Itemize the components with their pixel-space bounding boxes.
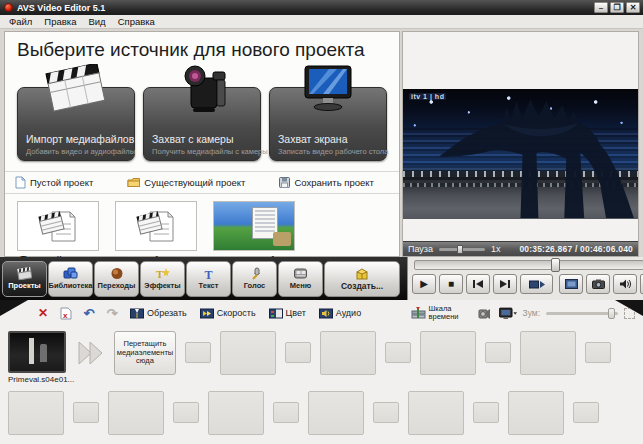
- package-icon: [355, 267, 370, 280]
- tab-menu[interactable]: Меню: [278, 261, 323, 297]
- clip-thumbnail[interactable]: [8, 331, 66, 373]
- menu-file[interactable]: Файл: [3, 16, 38, 27]
- page-title: Выберите источник для нового проекта: [5, 32, 399, 61]
- fullscreen-button[interactable]: [559, 274, 583, 294]
- clip-placeholder[interactable]: [8, 391, 64, 435]
- transition-placeholder[interactable]: [373, 402, 399, 423]
- tab-label: Переходы: [98, 281, 136, 290]
- split-button[interactable]: [520, 274, 553, 294]
- sphere-icon: [110, 267, 124, 280]
- audio-button[interactable]: Аудио: [315, 307, 365, 320]
- delete-button[interactable]: ✕: [34, 305, 52, 322]
- maximize-button[interactable]: ❐: [610, 2, 624, 13]
- transition-placeholder[interactable]: [485, 342, 511, 363]
- transition-placeholder[interactable]: [473, 402, 499, 423]
- import-media-button[interactable]: Импорт медиафайлов Добавить видео и ауди…: [17, 87, 135, 161]
- tab-effects[interactable]: T Эффекты: [140, 261, 185, 297]
- color-button[interactable]: Цвет: [265, 307, 310, 320]
- clip-placeholder[interactable]: [420, 331, 476, 375]
- menu-view[interactable]: Вид: [82, 16, 111, 27]
- project-actions-row: Пустой проект Существующий проект С: [5, 171, 399, 194]
- clip-cell[interactable]: Primeval.s04e01...: [8, 331, 68, 384]
- trim-button[interactable]: Обрезать: [126, 307, 191, 320]
- transition-placeholder[interactable]: [73, 402, 99, 423]
- clip-placeholder[interactable]: [408, 391, 464, 435]
- tab-projects[interactable]: Проекты: [2, 261, 47, 297]
- play-button[interactable]: ▶: [412, 274, 436, 294]
- audio-mixer-button[interactable]: [475, 305, 493, 322]
- timecode: 00:35:26.867 / 00:46:06.040: [519, 244, 633, 254]
- clip-placeholder[interactable]: [520, 331, 576, 375]
- zoom-label: Зум:: [523, 308, 541, 318]
- zoom-slider[interactable]: [546, 312, 618, 315]
- tab-create[interactable]: Создать...: [324, 261, 400, 297]
- transition-placeholder[interactable]: [285, 342, 311, 363]
- stop-button[interactable]: ■: [439, 274, 463, 294]
- save-project-button[interactable]: Сохранить проект: [279, 177, 373, 188]
- toolbar-button-label: Аудио: [336, 308, 361, 318]
- close-button[interactable]: ✕: [626, 2, 640, 13]
- timeline-panel: ✕ x ↶ ↷ Обрезать: [0, 300, 643, 444]
- transition-placeholder[interactable]: [185, 342, 211, 363]
- clip-placeholder[interactable]: [108, 391, 164, 435]
- microphone-icon: [248, 267, 261, 280]
- minimize-button[interactable]: –: [594, 2, 608, 13]
- capture-screen-button[interactable]: Захват экрана Записать видео рабочего ст…: [269, 87, 387, 161]
- clip-name: Primeval.s04e01...: [8, 375, 68, 384]
- transition-placeholder[interactable]: [173, 402, 199, 423]
- svg-text:T: T: [156, 268, 164, 280]
- snapshot-button[interactable]: [586, 274, 610, 294]
- seek-bar[interactable]: [414, 260, 643, 270]
- undo-button[interactable]: ↶: [80, 305, 98, 322]
- speaker-icon: [619, 279, 632, 289]
- video-frame: itv 1 | hd: [403, 89, 638, 219]
- disc-menu-icon: [293, 267, 308, 280]
- tab-text[interactable]: T Текст: [186, 261, 231, 297]
- prev-frame-button[interactable]: [466, 274, 490, 294]
- tab-library[interactable]: Библиотека: [48, 261, 93, 297]
- tab-label: Эффекты: [144, 281, 180, 290]
- transition-placeholder[interactable]: [273, 402, 299, 423]
- zoom-slider-handle[interactable]: [608, 308, 615, 319]
- tab-label: Библиотека: [49, 281, 93, 290]
- storyboard-area: Primeval.s04e01... Перетащить медиаэлеме…: [0, 324, 643, 444]
- tab-voice[interactable]: Голос: [232, 261, 277, 297]
- seek-handle[interactable]: [551, 258, 560, 272]
- clip-placeholder[interactable]: [508, 391, 564, 435]
- speed-slider-handle[interactable]: [457, 245, 463, 254]
- transition-placeholder[interactable]: [385, 342, 411, 363]
- zoom-fit-icon[interactable]: [624, 308, 635, 319]
- transition-placeholder[interactable]: [573, 402, 599, 423]
- transition-placeholder[interactable]: [585, 342, 611, 363]
- timeline-scale-toggle[interactable]: Шкала времени: [407, 304, 469, 323]
- tab-transitions[interactable]: Переходы: [94, 261, 139, 297]
- capture-camera-button[interactable]: Захват с камеры Получить медиафайлы с ка…: [143, 87, 261, 161]
- video-preview[interactable]: itv 1 | hd: [403, 32, 638, 241]
- playback-status-bar: Пауза 1x 00:35:26.867 / 00:46:06.040: [403, 241, 638, 256]
- menu-edit[interactable]: Правка: [38, 16, 82, 27]
- drop-media-target[interactable]: Перетащить медиаэлементы сюда: [114, 331, 176, 375]
- speed-slider[interactable]: [439, 248, 485, 251]
- speed-button[interactable]: Скорость: [196, 307, 260, 320]
- empty-project-button[interactable]: Пустой проект: [15, 176, 93, 189]
- clip-placeholder[interactable]: [208, 391, 264, 435]
- transport-area: ▶ ■: [407, 257, 643, 300]
- action-label: Пустой проект: [30, 177, 93, 188]
- broadcaster-badge: itv 1 | hd: [409, 93, 446, 100]
- clip-placeholder[interactable]: [308, 391, 364, 435]
- output-monitor-button[interactable]: [499, 305, 517, 322]
- clip-placeholder[interactable]: [320, 331, 376, 375]
- menu-help[interactable]: Справка: [112, 16, 161, 27]
- source-card-title: Захват экрана: [278, 133, 348, 145]
- monitor-dropdown-icon: [499, 307, 517, 320]
- desktop-screenshot-thumb: [213, 201, 295, 251]
- new-project-panel: Выберите источник для нового проекта: [4, 31, 400, 257]
- tab-label: Создать...: [341, 281, 383, 291]
- redo-button[interactable]: ↷: [103, 305, 121, 322]
- delete-all-button[interactable]: x: [57, 305, 75, 322]
- clip-placeholder[interactable]: [220, 331, 276, 375]
- next-frame-button[interactable]: [493, 274, 517, 294]
- volume-button[interactable]: [613, 274, 637, 294]
- existing-project-button[interactable]: Существующий проект: [127, 177, 245, 188]
- svg-text:T: T: [204, 268, 212, 281]
